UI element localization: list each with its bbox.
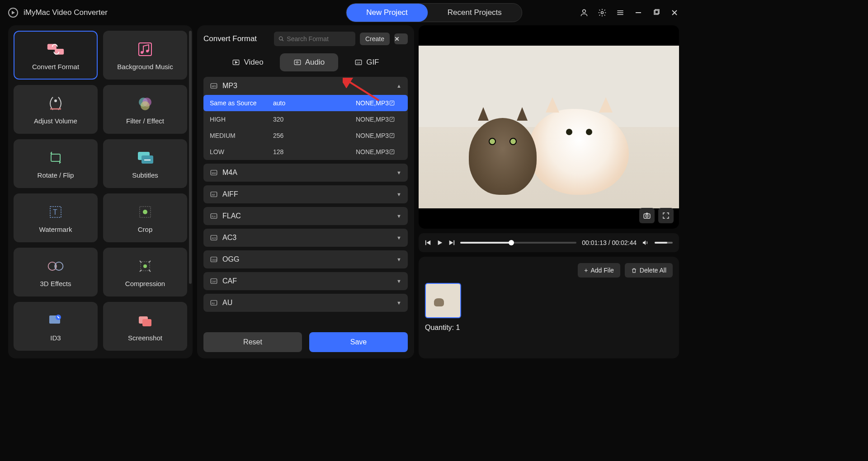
format-label: AC3 (222, 234, 236, 242)
sidebar-scrollbar[interactable] (189, 31, 192, 284)
svg-text:MP3: MP3 (212, 85, 217, 88)
volume-slider[interactable] (655, 242, 673, 244)
chevron-down-icon: ▼ (396, 192, 401, 197)
preset-row[interactable]: Same as SourceautoNONE,MP3 (203, 95, 408, 111)
format-m4a-header[interactable]: M4AM4A▼ (203, 164, 408, 182)
preset-row[interactable]: HIGH320NONE,MP3 (203, 111, 408, 127)
format-caf-header[interactable]: CAFCAF▼ (203, 272, 408, 290)
create-button[interactable]: Create (360, 33, 390, 45)
volume-button[interactable] (642, 239, 649, 246)
edit-icon[interactable] (389, 116, 401, 122)
subtitles-icon (136, 149, 154, 167)
account-icon[interactable] (580, 8, 589, 17)
format-label: M4A (222, 169, 237, 177)
file-toolbar: + Add File Delete All (425, 263, 673, 278)
file-thumbnail[interactable] (425, 283, 461, 318)
tool-background-music[interactable]: Background Music (103, 31, 187, 80)
background-music-icon (136, 40, 154, 58)
format-mp3: MP3MP3▲Same as SourceautoNONE,MP3HIGH320… (203, 77, 408, 160)
convert-panel: Convert Format Create Video Audio GIF GI… (197, 25, 414, 358)
preset-row[interactable]: MEDIUM256NONE,MP3 (203, 127, 408, 144)
preset-codec: NONE,MP3 (341, 116, 389, 123)
adjust-volume-icon (47, 94, 65, 113)
minimize-button[interactable] (634, 8, 643, 17)
format-ac3-header[interactable]: AC3AC3▼ (203, 229, 408, 247)
time-total: 00:02:44 (612, 239, 637, 246)
tool-crop[interactable]: Crop (103, 193, 187, 242)
tool-adjust-volume[interactable]: Adjust Volume (14, 85, 98, 134)
svg-point-16 (54, 99, 57, 102)
maximize-button[interactable] (652, 8, 661, 17)
tool-subtitles[interactable]: Subtitles (103, 139, 187, 188)
seek-bar[interactable] (460, 242, 576, 244)
format-search[interactable] (274, 32, 355, 46)
recent-projects-tab[interactable]: Recent Projects (428, 4, 522, 22)
play-button[interactable] (437, 240, 443, 246)
fullscreen-button[interactable] (658, 208, 674, 223)
new-project-tab[interactable]: New Project (346, 4, 428, 22)
svg-rect-44 (294, 60, 301, 65)
format-type-tabs: Video Audio GIF GIF (203, 51, 408, 72)
tab-gif-label: GIF (366, 58, 379, 67)
playback-bar: 00:01:13 / 00:02:44 (419, 233, 679, 252)
svg-point-1 (583, 9, 586, 13)
format-label: CAF (222, 277, 237, 285)
format-mp3-header[interactable]: MP3MP3▲ (203, 77, 408, 95)
edit-icon[interactable] (389, 149, 401, 155)
preset-codec: NONE,MP3 (341, 99, 389, 107)
close-button[interactable] (670, 8, 679, 17)
format-ac3: AC3AC3▼ (203, 229, 408, 247)
tool-filter-effect[interactable]: Filter / Effect (103, 85, 187, 134)
tab-video[interactable]: Video (218, 53, 277, 71)
app-logo-icon (8, 8, 18, 18)
format-icon: AC3 (210, 234, 218, 242)
format-caf: CAFCAF▼ (203, 272, 408, 290)
menu-icon[interactable] (616, 8, 625, 17)
search-icon (278, 36, 284, 42)
format-aiff-header[interactable]: AIFAIFF▼ (203, 185, 408, 203)
snapshot-button[interactable] (639, 208, 655, 223)
tool-compression[interactable]: Compression (103, 248, 187, 296)
quantity-value: 1 (456, 324, 460, 331)
prev-button[interactable] (425, 240, 431, 246)
delete-all-button[interactable]: Delete All (625, 263, 673, 278)
tool-label: Adjust Volume (34, 117, 77, 125)
format-au-header[interactable]: AUAU▼ (203, 294, 408, 312)
tab-gif[interactable]: GIF GIF (341, 53, 392, 71)
settings-icon[interactable] (598, 8, 607, 17)
preset-bitrate: auto (273, 99, 341, 107)
format-ogg: OGGOGG▼ (203, 250, 408, 268)
format-ogg-header[interactable]: OGGOGG▼ (203, 250, 408, 268)
svg-marker-74 (643, 240, 646, 245)
tool-id3[interactable]: ID3 (14, 302, 98, 351)
close-panel-button[interactable] (394, 33, 408, 44)
edit-icon[interactable] (389, 100, 401, 106)
save-button[interactable]: Save (309, 332, 408, 352)
convert-header: Convert Format Create (203, 32, 408, 46)
delete-all-label: Delete All (640, 267, 666, 274)
format-label: FLAC (222, 212, 241, 220)
convert-format-icon (47, 40, 65, 58)
search-input[interactable] (287, 35, 351, 42)
format-icon: AU (210, 299, 218, 307)
camera-icon (643, 212, 651, 220)
crop-icon (136, 203, 154, 221)
svg-rect-12 (55, 49, 64, 55)
preset-row[interactable]: LOW128NONE,MP3 (203, 144, 408, 160)
gif-icon: GIF (354, 58, 363, 66)
tool-convert-format[interactable]: Convert Format (14, 31, 98, 80)
tab-audio[interactable]: Audio (280, 53, 338, 71)
next-button[interactable] (448, 240, 455, 246)
tool-rotate-flip[interactable]: Rotate / Flip (14, 139, 98, 188)
tool-3d-effects[interactable]: 3D Effects (14, 248, 98, 296)
video-preview[interactable] (419, 25, 679, 229)
svg-point-20 (141, 101, 150, 110)
filter-effect-icon (136, 94, 154, 113)
tool-watermark[interactable]: TWatermark (14, 193, 98, 242)
reset-button[interactable]: Reset (203, 332, 302, 352)
format-flac-header[interactable]: FLAFLAC▼ (203, 207, 408, 225)
edit-icon[interactable] (389, 132, 401, 139)
svg-point-33 (143, 264, 147, 268)
tool-screenshot[interactable]: Screenshot (103, 302, 187, 351)
add-file-button[interactable]: + Add File (578, 263, 620, 278)
